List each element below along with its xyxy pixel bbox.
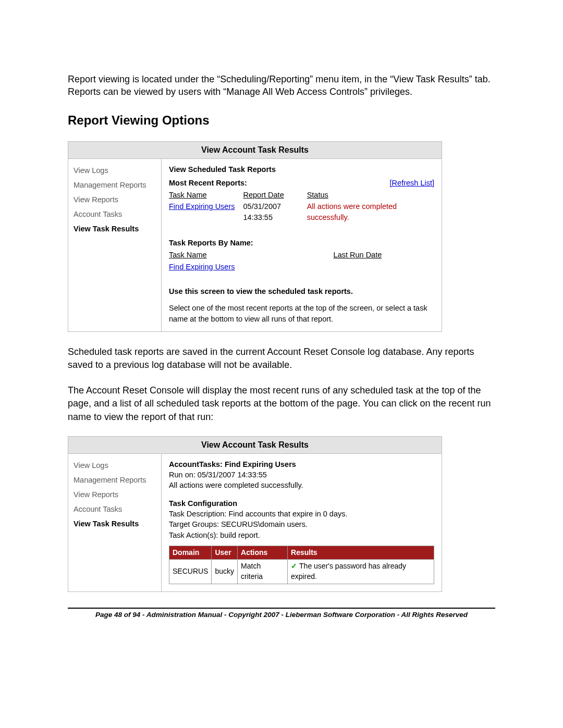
recent-report-status: All actions were completed successfully. (307, 201, 434, 223)
sidebar-item-account-tasks[interactable]: Account Tasks (68, 502, 161, 516)
sidebar-item-view-reports[interactable]: View Reports (68, 487, 161, 502)
th-user: User (212, 546, 238, 560)
panel-content: View Scheduled Task Reports Most Recent … (162, 159, 442, 331)
panel-view-task-results-2: View Account Task Results View Logs Mana… (68, 436, 442, 592)
sidebar-item-view-logs[interactable]: View Logs (68, 163, 161, 178)
col-task-name-2: Task Name (169, 249, 334, 261)
sidebar: View Logs Management Reports View Report… (68, 454, 162, 591)
col-status: Status (307, 189, 434, 201)
checkmark-icon: ✓ (291, 562, 297, 570)
task-by-name-link[interactable]: Find Expiring Users (169, 263, 235, 271)
mid-paragraph-1: Scheduled task reports are saved in the … (68, 346, 495, 372)
recent-report-link[interactable]: Find Expiring Users (169, 202, 235, 211)
help-text: Select one of the most recent reports at… (169, 303, 434, 324)
th-results: Results (288, 546, 434, 560)
sidebar-item-view-task-results[interactable]: View Task Results (68, 516, 161, 531)
panel-header: View Account Task Results (68, 142, 442, 159)
sidebar-item-view-task-results[interactable]: View Task Results (68, 221, 161, 236)
task-actions: Task Action(s): build report. (169, 530, 434, 540)
th-actions: Actions (238, 546, 288, 560)
cell-user: bucky (212, 560, 238, 584)
cell-results-text: The user's password has already expired. (291, 562, 406, 581)
panel-view-task-results-1: View Account Task Results View Logs Mana… (68, 141, 442, 332)
detail-title: AccountTasks: Find Expiring Users (169, 459, 434, 470)
table-row: SECURUS bucky Match criteria ✓The user's… (169, 560, 434, 584)
panel-content: AccountTasks: Find Expiring Users Run on… (162, 454, 442, 591)
col-task-name: Task Name (169, 189, 243, 201)
sidebar-item-management-reports[interactable]: Management Reports (68, 473, 161, 487)
cell-results: ✓The user's password has already expired… (288, 560, 434, 584)
help-bold: Use this screen to view the scheduled ta… (169, 286, 434, 297)
most-recent-label: Most Recent Reports: (169, 178, 247, 188)
cell-actions: Match criteria (238, 560, 288, 584)
content-title: View Scheduled Task Reports (169, 164, 434, 175)
mid-paragraph-2: The Account Reset Console will display t… (68, 384, 495, 424)
th-domain: Domain (169, 546, 212, 560)
task-description: Task Description: Find accounts that exp… (169, 509, 434, 519)
sidebar-item-account-tasks[interactable]: Account Tasks (68, 207, 161, 221)
recent-report-date: 05/31/2007 14:33:55 (243, 201, 307, 223)
sidebar-item-view-logs[interactable]: View Logs (68, 458, 161, 473)
by-name-label: Task Reports By Name: (169, 238, 434, 248)
cell-domain: SECURUS (169, 560, 212, 584)
sidebar-item-view-reports[interactable]: View Reports (68, 192, 161, 207)
detail-status: All actions were completed successfully. (169, 480, 434, 490)
intro-paragraph: Report viewing is located under the “Sch… (68, 73, 495, 98)
col-report-date: Report Date (243, 189, 307, 201)
col-last-run-date: Last Run Date (334, 249, 434, 261)
results-table: Domain User Actions Results SECURUS buck… (169, 546, 434, 584)
detail-run-on: Run on: 05/31/2007 14:33:55 (169, 470, 434, 480)
section-heading: Report Viewing Options (68, 113, 495, 128)
refresh-list-link[interactable]: [Refresh List] (390, 178, 434, 188)
sidebar-item-management-reports[interactable]: Management Reports (68, 178, 161, 192)
task-config-label: Task Configuration (169, 498, 434, 509)
table-header-row: Domain User Actions Results (169, 546, 434, 560)
task-target-groups: Target Groups: SECURUS\domain users. (169, 519, 434, 529)
sidebar: View Logs Management Reports View Report… (68, 159, 162, 331)
page-footer: Page 48 of 94 - Administration Manual - … (68, 608, 495, 619)
panel-header: View Account Task Results (68, 437, 442, 454)
